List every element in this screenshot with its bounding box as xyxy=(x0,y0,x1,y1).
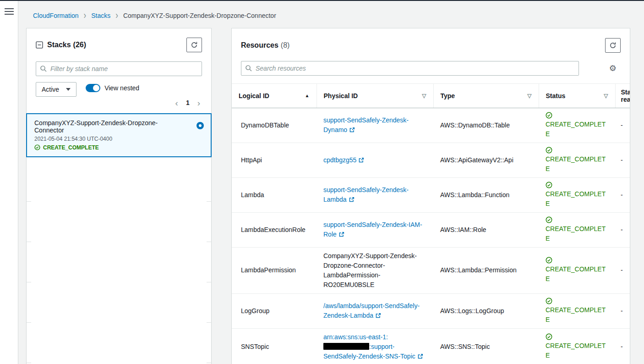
physical-id-link[interactable]: support-SendSafely-Zendesk-Lambda xyxy=(323,186,409,203)
stack-filter-input[interactable] xyxy=(36,61,202,76)
sort-indicator-icon: ▽ xyxy=(527,93,531,99)
resources-panel: Resources (8) xyxy=(231,28,630,364)
stacks-panel: Stacks (26) xyxy=(26,28,212,364)
resource-row: LogGroup /aws/lambda/support-SendSafely-… xyxy=(232,293,630,328)
physical-id-cell: arn:aws:sns:us-east-1::support-SendSafel… xyxy=(317,328,433,364)
refresh-icon xyxy=(191,41,198,49)
physical-id-link[interactable]: support-SendSafely-Zendesk-IAM-Role xyxy=(323,221,422,238)
status-cell: CREATE_COMPLETE xyxy=(539,328,615,364)
external-link-icon xyxy=(375,313,381,319)
external-link-icon xyxy=(349,197,355,203)
status-cell: CREATE_COMPLETE xyxy=(539,143,615,177)
chevron-right-icon: › xyxy=(84,11,87,20)
column-header[interactable]: Status ▽ xyxy=(539,83,615,108)
stack-radio-selected[interactable] xyxy=(196,122,204,129)
breadcrumb-item: CloudFormation › xyxy=(33,12,86,20)
column-header[interactable]: Status reason xyxy=(615,83,630,108)
status-cell: CREATE_COMPLETE xyxy=(539,247,615,293)
physical-id-cell: CompanyXYZ-Support-Zendesk-Dropzone-Conn… xyxy=(317,247,433,293)
chevron-right-icon: › xyxy=(115,11,118,20)
resources-search-input[interactable] xyxy=(241,61,579,76)
type-cell: AWS::DynamoDB::Table xyxy=(433,108,539,143)
search-icon xyxy=(245,65,252,72)
logical-id-cell: DynamoDBTable xyxy=(232,108,317,143)
main-content: CloudFormation › Stacks › CompanyXYZ-Sup… xyxy=(19,1,644,364)
stacks-refresh-button[interactable] xyxy=(186,38,202,52)
status-reason-cell: - xyxy=(615,328,630,364)
type-cell: AWS::IAM::Role xyxy=(433,212,539,247)
resource-row: DynamoDBTable support-SendSafely-Zendesk… xyxy=(232,108,630,143)
breadcrumb-item: Stacks › xyxy=(91,12,118,20)
stacks-pagination: ‹ 1 › xyxy=(36,99,202,107)
external-link-icon xyxy=(358,157,364,163)
resources-panel-title: Resources (8) xyxy=(241,41,289,50)
type-cell: AWS::Logs::LogGroup xyxy=(433,293,539,328)
page-number[interactable]: 1 xyxy=(186,99,190,106)
collapsed-nav-rail xyxy=(0,1,18,364)
physical-id-cell: support-SendSafely-Zendesk-Lambda xyxy=(317,177,433,212)
resources-refresh-button[interactable] xyxy=(605,38,621,53)
column-header[interactable]: Type ▽ xyxy=(433,83,539,108)
logical-id-cell: LambdaExecutionRole xyxy=(232,212,317,247)
check-circle-icon xyxy=(34,144,40,150)
stack-name: CompanyXYZ-Support-Zendesk-Dropzone-Conn… xyxy=(34,119,203,134)
physical-id-link[interactable]: /aws/lambda/support-SendSafely-Zendesk-L… xyxy=(323,302,420,319)
refresh-icon xyxy=(609,42,617,49)
status-cell: CREATE_COMPLETE xyxy=(539,177,615,212)
status-reason-cell: - xyxy=(615,177,630,212)
external-link-icon xyxy=(349,127,355,133)
type-cell: AWS::ApiGatewayV2::Api xyxy=(433,143,539,177)
stack-status-filter-select[interactable]: Active xyxy=(36,82,76,97)
logical-id-cell: LambdaPermission xyxy=(232,247,317,293)
collapse-panel-icon[interactable] xyxy=(36,41,43,49)
status-reason-cell: - xyxy=(615,293,630,328)
status-cell: CREATE_COMPLETE xyxy=(539,293,615,328)
sort-indicator-icon: ▲ xyxy=(305,93,310,98)
status-reason-cell: - xyxy=(615,247,630,293)
status-reason-cell: - xyxy=(615,212,630,247)
check-circle-icon xyxy=(546,112,552,119)
resource-row: LambdaPermission CompanyXYZ-Support-Zend… xyxy=(232,247,630,293)
column-header[interactable]: Logical ID ▲ xyxy=(232,83,317,108)
breadcrumb-link[interactable]: CompanyXYZ-Support-Zendesk-Dropzone-Conn… xyxy=(123,12,276,19)
sort-indicator-icon: ▽ xyxy=(422,93,426,99)
external-link-icon xyxy=(417,353,423,359)
sort-indicator-icon: ▽ xyxy=(604,93,608,99)
breadcrumb: CloudFormation › Stacks › CompanyXYZ-Sup… xyxy=(19,1,644,20)
view-nested-label: View nested xyxy=(104,84,139,92)
logical-id-cell: SNSTopic xyxy=(232,328,317,364)
status-reason-cell: - xyxy=(615,143,630,177)
check-circle-icon xyxy=(546,333,552,340)
stack-created-timestamp: 2021-05-04 21:54:30 UTC-0400 xyxy=(34,136,203,142)
resource-row: SNSTopic arn:aws:sns:us-east-1::support-… xyxy=(232,328,630,364)
physical-id-cell: cpdtbgzg55 xyxy=(317,143,433,177)
type-cell: AWS::Lambda::Function xyxy=(433,177,539,212)
check-circle-icon xyxy=(546,298,552,304)
toggle-knob xyxy=(93,85,99,91)
next-page-icon[interactable]: › xyxy=(197,99,200,107)
settings-gear-icon[interactable]: ⚙ xyxy=(609,64,617,72)
physical-id-link[interactable]: cpdtbgzg55 xyxy=(323,156,364,164)
breadcrumb-link[interactable]: Stacks xyxy=(91,12,110,19)
breadcrumb-item: CompanyXYZ-Support-Zendesk-Dropzone-Conn… xyxy=(123,12,276,19)
check-circle-icon xyxy=(546,257,552,264)
physical-id-cell: /aws/lambda/support-SendSafely-Zendesk-L… xyxy=(317,293,433,328)
physical-id-link[interactable]: support-SendSafely-Zendesk-Dynamo xyxy=(323,116,409,133)
resource-row: HttpApi cpdtbgzg55 AWS::ApiGatewayV2::Ap… xyxy=(232,143,630,177)
view-nested-toggle[interactable] xyxy=(86,84,100,92)
status-cell: CREATE_COMPLETE xyxy=(539,108,615,143)
type-cell: AWS::SNS::Topic xyxy=(433,328,539,364)
hamburger-menu-icon[interactable] xyxy=(5,8,14,17)
previous-page-icon[interactable]: ‹ xyxy=(175,99,178,107)
physical-id-cell: support-SendSafely-Zendesk-IAM-Role xyxy=(317,212,433,247)
status-reason-cell: - xyxy=(615,108,630,143)
logical-id-cell: Lambda xyxy=(232,177,317,212)
resources-table: Logical ID ▲ Physical ID ▽ xyxy=(232,83,630,364)
physical-id-link[interactable]: arn:aws:sns:us-east-1::support-SendSafel… xyxy=(323,333,423,360)
check-circle-icon xyxy=(546,216,552,223)
physical-id-link: CompanyXYZ-Support-Zendesk-Dropzone-Conn… xyxy=(323,252,417,288)
column-header[interactable]: Physical ID ▽ xyxy=(317,83,433,108)
stack-list: CompanyXYZ-Support-Zendesk-Dropzone-Conn… xyxy=(27,113,211,157)
stack-list-item[interactable]: CompanyXYZ-Support-Zendesk-Dropzone-Conn… xyxy=(26,113,212,157)
breadcrumb-link[interactable]: CloudFormation xyxy=(33,12,79,19)
